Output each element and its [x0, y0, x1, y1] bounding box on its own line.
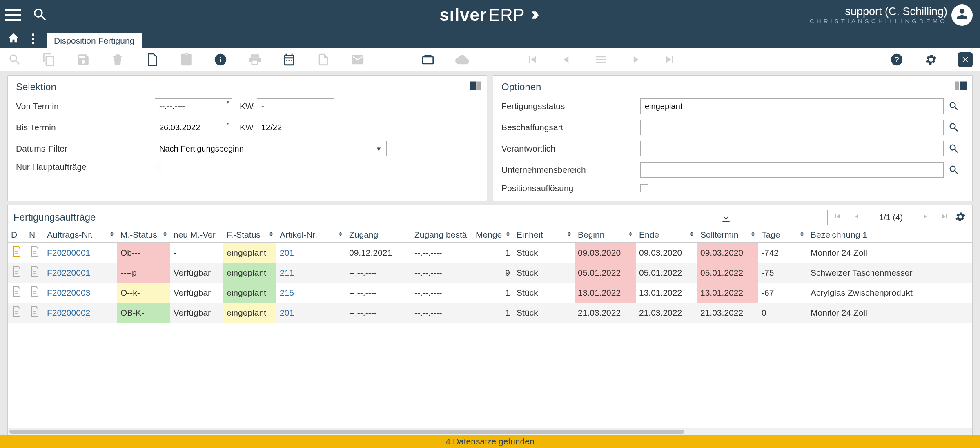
artikel-nr[interactable]: 201 [276, 303, 346, 323]
table-row[interactable]: F20220001----pVerfügbareingeplant211--.-… [8, 263, 972, 283]
von-termin-input[interactable] [155, 98, 232, 114]
toolbar-mail-icon[interactable] [350, 52, 365, 67]
toolbar-info-icon[interactable]: i [213, 52, 228, 67]
more-vert-icon[interactable] [32, 33, 34, 44]
avatar-icon[interactable] [951, 4, 973, 26]
user-info[interactable]: support (C. Schilling) CHRISTIANSCHILLIN… [810, 6, 947, 25]
auftrags-nr[interactable]: F20200001 [44, 243, 117, 263]
bis-termin-input[interactable] [155, 120, 232, 135]
toolbar-next-icon[interactable] [628, 52, 643, 67]
sort-icon[interactable] [627, 230, 634, 240]
search-icon[interactable] [32, 7, 48, 24]
column-header[interactable]: D [8, 227, 26, 243]
toolbar-print-icon[interactable] [247, 52, 262, 67]
panel-toggle-icon[interactable] [470, 81, 481, 91]
toolbar-cloud-icon[interactable] [455, 52, 470, 67]
datums-filter-select[interactable] [155, 141, 387, 156]
nur-haupt-checkbox[interactable] [155, 163, 163, 171]
sort-icon[interactable] [337, 230, 344, 240]
verantwortlich-input[interactable] [640, 141, 944, 156]
doc-d-icon[interactable] [8, 283, 26, 303]
toolbar-gear-icon[interactable] [924, 52, 938, 67]
toolbar-close-icon[interactable] [958, 52, 973, 67]
table-search-input[interactable] [738, 210, 828, 225]
panel-toggle-icon[interactable] [955, 81, 967, 91]
auftrags-nr[interactable]: F20220003 [44, 283, 117, 303]
home-icon[interactable] [7, 32, 20, 48]
column-header[interactable]: Solltermin [697, 227, 758, 243]
toolbar-copy-icon[interactable] [42, 52, 56, 67]
column-header[interactable]: Ende [636, 227, 697, 243]
positionsaufloesung-checkbox[interactable] [640, 184, 648, 192]
sort-icon[interactable] [161, 230, 169, 240]
toolbar-clipboard-icon[interactable] [179, 52, 194, 67]
column-header[interactable]: Beginn [575, 227, 636, 243]
pager-last-icon[interactable] [940, 212, 949, 223]
unternehmensbereich-input[interactable] [640, 162, 944, 178]
doc-n-icon[interactable] [26, 243, 44, 263]
column-header[interactable]: Menge [472, 227, 513, 243]
lookup-icon[interactable] [944, 164, 964, 176]
column-header[interactable]: Auftrags-Nr. [44, 227, 117, 243]
toolbar-list-icon[interactable] [594, 52, 608, 67]
toolbar-search-icon[interactable] [7, 52, 22, 67]
sort-icon[interactable] [749, 230, 757, 240]
lookup-icon[interactable] [944, 122, 964, 133]
toolbar-last-icon[interactable] [662, 52, 677, 67]
sort-icon[interactable] [108, 230, 116, 240]
toolbar-prev-icon[interactable] [559, 52, 574, 67]
toolbar-calendar-icon[interactable] [282, 52, 296, 67]
pager-prev-icon[interactable] [853, 212, 861, 223]
sort-icon[interactable] [566, 230, 573, 240]
toolbar-first-icon[interactable] [525, 52, 540, 67]
download-icon[interactable] [720, 211, 732, 224]
von-kw-input[interactable] [257, 98, 334, 114]
horizontal-scrollbar[interactable] [8, 428, 972, 435]
column-header[interactable]: Tage [758, 227, 807, 243]
column-header[interactable]: Zugang bestä [411, 227, 472, 243]
toolbar-document-icon[interactable] [145, 52, 159, 67]
column-header[interactable]: Einheit [513, 227, 575, 243]
column-header[interactable]: Artikel-Nr. [276, 227, 346, 243]
toolbar-save-icon[interactable] [76, 52, 91, 67]
auftrags-nr[interactable]: F20220001 [44, 263, 117, 283]
column-header[interactable]: F.-Status [223, 227, 276, 243]
doc-d-icon[interactable] [8, 243, 26, 263]
column-header[interactable]: N [26, 227, 44, 243]
table-gear-icon[interactable] [954, 211, 967, 224]
sort-icon[interactable] [688, 230, 695, 240]
column-header[interactable]: Bezeichnung 1 [807, 227, 972, 243]
column-header[interactable]: Zugang [346, 227, 411, 243]
m-status: OB-K- [117, 303, 170, 323]
toolbar-help-icon[interactable]: ? [889, 52, 904, 67]
pager-first-icon[interactable] [833, 212, 842, 223]
sort-icon[interactable] [267, 230, 275, 240]
table-row[interactable]: F20200001Ob----eingeplant20109.12.2021--… [8, 243, 972, 263]
active-tab[interactable]: Disposition Fertigung [47, 33, 142, 48]
toolbar-archive-icon[interactable] [421, 52, 435, 67]
artikel-nr[interactable]: 201 [276, 243, 346, 263]
column-header[interactable]: M.-Status [117, 227, 170, 243]
table-row[interactable]: F20220003O--k-Verfügbareingeplant215--.-… [8, 283, 972, 303]
doc-n-icon[interactable] [26, 263, 44, 283]
sort-icon[interactable] [504, 230, 512, 240]
artikel-nr[interactable]: 215 [276, 283, 346, 303]
doc-d-icon[interactable] [8, 303, 26, 323]
fertigungsstatus-input[interactable] [640, 98, 944, 114]
column-header[interactable]: neu M.-Ver [170, 227, 223, 243]
doc-d-icon[interactable] [8, 263, 26, 283]
beschaffungsart-input[interactable] [640, 120, 944, 135]
doc-n-icon[interactable] [26, 303, 44, 323]
doc-n-icon[interactable] [26, 283, 44, 303]
lookup-icon[interactable] [944, 143, 964, 154]
auftrags-nr[interactable]: F20200002 [44, 303, 117, 323]
lookup-icon[interactable] [944, 100, 964, 112]
toolbar-note-icon[interactable] [316, 52, 331, 67]
toolbar-delete-icon[interactable] [110, 52, 125, 67]
bis-kw-input[interactable] [257, 120, 334, 135]
pager-next-icon[interactable] [921, 212, 929, 223]
menu-hamburger-icon[interactable] [5, 7, 21, 23]
table-row[interactable]: F20200002OB-K-Verfügbareingeplant201--.-… [8, 303, 972, 323]
artikel-nr[interactable]: 211 [276, 263, 346, 283]
sort-icon[interactable] [798, 230, 806, 240]
